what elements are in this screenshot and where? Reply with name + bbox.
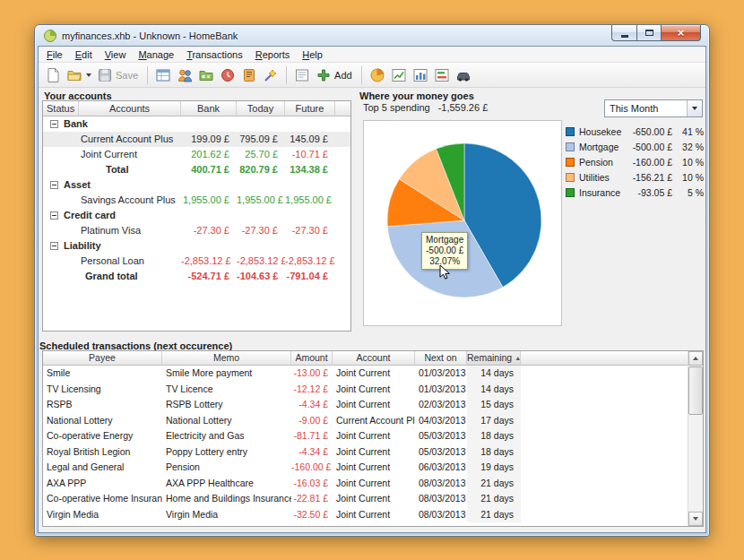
collapse-expander-icon[interactable] — [50, 120, 58, 128]
close-icon: × — [678, 26, 685, 40]
save-button[interactable]: Save — [94, 65, 143, 86]
scheduled-row-axa-ppp[interactable]: AXA PPPAXA PPP Healthcare-16.03 £Joint C… — [43, 476, 688, 492]
menu-item-reports[interactable]: Reports — [249, 47, 297, 62]
scheduled-row-rspb[interactable]: RSPBRSPB Lottery-4.34 £Joint Current02/0… — [43, 397, 688, 413]
account-row-credit-card[interactable]: Credit card — [43, 208, 350, 223]
period-selector[interactable]: This Month — [604, 99, 703, 117]
account-name-cell: Grand total — [43, 269, 181, 284]
accounts-column-header-accounts[interactable]: Accounts — [79, 101, 181, 116]
scheduled-row-co-operative-home-insurance[interactable]: Co-operative Home InsuranceHome and Buil… — [43, 491, 688, 507]
scheduled-account-cell: Joint Current — [333, 507, 415, 523]
legend-item-insurance[interactable]: Insurance-93.05 £5 % — [566, 185, 704, 200]
account-row-bank[interactable]: Bank — [43, 116, 350, 132]
scheduled-row-national-lottery[interactable]: National LotteryNational Lottery-9.00 £C… — [43, 413, 688, 429]
scheduled-remaining-cell: 21 days — [467, 491, 521, 507]
accounts-column-header-status[interactable]: Status — [43, 101, 79, 116]
menu-item-edit[interactable]: Edit — [69, 47, 99, 62]
statistics-report-button[interactable] — [367, 65, 388, 86]
scheduled-table-header: PayeeMemoAmountAccountNext onRemaining▲ — [43, 351, 688, 366]
scheduled-account-cell: Joint Current — [333, 491, 415, 507]
scheduled-account-cell: Joint Current — [333, 476, 415, 492]
accounts-column-header-bank[interactable]: Bank — [181, 101, 237, 116]
scheduled-remaining-cell: 14 days — [467, 366, 521, 382]
scheduled-nexton-cell: 04/03/2013 — [415, 413, 467, 429]
vehicle-cost-button[interactable] — [453, 65, 474, 86]
scrollbar-thumb[interactable] — [688, 366, 703, 415]
account-row-personal-loan[interactable]: Personal Loan-2,853.12 £-2,853.12 £-2,85… — [43, 254, 350, 269]
legend-item-utilities[interactable]: Utilities-156.21 £10 % — [566, 169, 704, 185]
amount-cell: -2,853.12 £ — [181, 254, 237, 269]
scrollbar-up-button[interactable] — [688, 351, 703, 366]
open-dropdown-arrow-icon[interactable] — [86, 73, 91, 77]
menu-item-view[interactable]: View — [99, 47, 133, 62]
scheduled-row-legal-and-general[interactable]: Legal and GeneralPension-160.00 £Joint C… — [43, 460, 688, 476]
accounts-column-header-future[interactable]: Future — [285, 101, 335, 116]
menu-item-file[interactable]: File — [40, 47, 69, 62]
top-spending-amount: -1,559.26 £ — [438, 102, 489, 113]
scheduled-column-header-payee[interactable]: Payee — [43, 351, 162, 366]
legend-item-mortgage[interactable]: Mortgage-500.00 £32 % — [566, 139, 704, 154]
close-button[interactable]: × — [662, 25, 701, 41]
menu-item-manage[interactable]: Manage — [132, 47, 180, 62]
open-file-button[interactable] — [64, 65, 94, 86]
scheduled-column-header-memo[interactable]: Memo — [162, 351, 291, 366]
period-selector-button[interactable] — [687, 100, 702, 116]
scheduled-payee-cell: Legal and General — [43, 460, 162, 476]
manage-budget-button[interactable] — [238, 65, 260, 86]
account-row-savings-account-plus[interactable]: Savings Account Plus1,955.00 £1,955.00 £… — [43, 193, 350, 208]
new-file-button[interactable] — [42, 65, 64, 86]
homebank-window: myfinances.xhb - Unknown - HomeBank × Fi… — [34, 24, 710, 537]
account-row-joint-current[interactable]: Joint Current201.62 £25.70 £-10.71 £ — [43, 147, 350, 162]
scheduled-row-virgin-media[interactable]: Virgin MediaVirgin Media-32.50 £Joint Cu… — [43, 507, 688, 523]
account-row-platinum-visa[interactable]: Platinum Visa-27.30 £-27.30 £-27.30 £ — [43, 223, 350, 238]
minimize-button[interactable] — [611, 25, 637, 41]
window-titlebar[interactable]: myfinances.xhb - Unknown - HomeBank — [35, 25, 709, 46]
amount-cell: 820.79 £ — [237, 162, 285, 177]
collapse-expander-icon[interactable] — [50, 181, 58, 189]
scheduled-nexton-cell: 01/03/2013 — [415, 366, 467, 382]
account-row-asset[interactable]: Asset — [43, 177, 350, 193]
scheduled-account-cell: Joint Current — [333, 428, 415, 444]
account-name-cell: Platinum Visa — [43, 223, 181, 238]
scheduled-table-body: SmileSmile More payment-13.00 £Joint Cur… — [43, 366, 688, 526]
legend-item-pension[interactable]: Pension-160.00 £10 % — [566, 154, 704, 169]
menu-item-help[interactable]: Help — [296, 47, 329, 62]
scheduled-column-header-next-on[interactable]: Next on — [415, 351, 467, 366]
add-transaction-icon — [316, 67, 332, 83]
scheduled-scrollbar[interactable] — [688, 351, 703, 526]
scheduled-column-header-account[interactable]: Account — [333, 351, 415, 366]
scheduled-row-co-operative-energy[interactable]: Co-operative EnergyElectricity and Gas-8… — [43, 428, 688, 444]
scheduled-account-cell: Joint Current — [333, 382, 415, 398]
scheduled-row-smile[interactable]: SmileSmile More payment-13.00 £Joint Cur… — [43, 366, 688, 382]
accounts-column-header-today[interactable]: Today — [237, 101, 285, 116]
scheduled-column-header-remaining[interactable]: Remaining▲ — [467, 351, 521, 366]
account-row-total[interactable]: Total400.71 £820.79 £134.38 £ — [43, 162, 350, 177]
manage-assignments-button[interactable] — [260, 65, 281, 86]
show-transactions-button[interactable] — [291, 65, 313, 86]
account-row-liability[interactable]: Liability — [43, 238, 350, 254]
scheduled-row-tv-licensing[interactable]: TV LicensingTV Licence-12.12 £Joint Curr… — [43, 382, 688, 398]
pie-chart-svg[interactable] — [364, 121, 563, 327]
scheduled-column-header-amount[interactable]: Amount — [291, 351, 333, 366]
legend-item-housekeeping[interactable]: Housekeeping-650.00 £41 % — [566, 124, 704, 139]
scrollbar-down-button[interactable] — [688, 512, 703, 526]
legend-percent: 5 % — [677, 187, 704, 198]
add-transaction-button[interactable]: Add — [313, 65, 357, 86]
legend-amount: -500.00 £ — [626, 142, 672, 152]
scheduled-remaining-cell: 18 days — [467, 428, 521, 444]
menu-item-transactions[interactable]: Transactions — [180, 47, 249, 62]
maximize-button[interactable] — [637, 25, 662, 41]
collapse-expander-icon[interactable] — [50, 211, 58, 220]
manage-archives-button[interactable] — [217, 65, 238, 86]
budget-report-button[interactable] — [431, 65, 453, 86]
scheduled-row-royal-british-legion[interactable]: Royal British LegionPoppy Lottery entry-… — [43, 444, 688, 461]
scheduled-amount-cell: -160.00 £ — [291, 460, 333, 476]
account-row-current-account-plus[interactable]: Current Account Plus199.09 £795.09 £145.… — [43, 132, 350, 147]
balance-report-button[interactable] — [410, 65, 431, 86]
collapse-expander-icon[interactable] — [50, 242, 58, 250]
manage-categories-button[interactable] — [195, 65, 217, 86]
manage-payees-button[interactable] — [174, 65, 195, 86]
account-row-grand-total[interactable]: Grand total-524.71 £-104.63 £-791.04 £ — [43, 269, 350, 284]
manage-accounts-button[interactable] — [152, 65, 174, 86]
trendtime-report-button[interactable] — [388, 65, 410, 86]
